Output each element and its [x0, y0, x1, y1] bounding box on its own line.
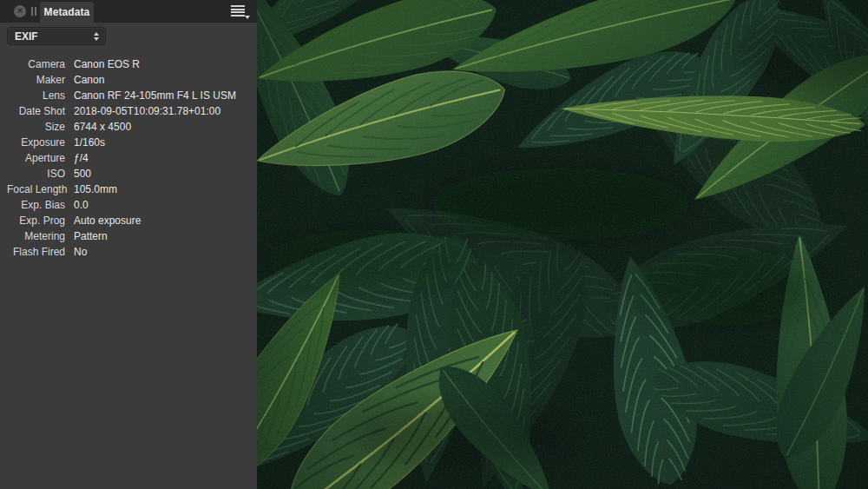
tab-metadata[interactable]: Metadata [40, 2, 94, 23]
row-label: Exp. Bias [7, 197, 65, 213]
row-value: 2018-09-05T10:09:31.78+01:00 [74, 103, 250, 119]
hamburger-menu-icon[interactable] [231, 4, 250, 18]
row-label: Maker [7, 72, 65, 88]
image-canvas[interactable] [257, 0, 868, 489]
row-label: ISO [7, 166, 65, 182]
leaf-photo [257, 0, 868, 489]
metadata-panel: Metadata EXIF CameraCanon EOS R MakerCan… [0, 0, 257, 489]
row-value: Canon RF 24-105mm F4 L IS USM [74, 88, 250, 103]
row-value: Pattern [74, 228, 250, 244]
row-value: 6744 x 4500 [74, 119, 250, 135]
chevron-down-icon [245, 16, 250, 19]
row-value: 0.0 [74, 197, 250, 213]
row-value: Canon [74, 72, 250, 88]
row-label: Aperture [7, 150, 65, 166]
row-value: Canon EOS R [74, 56, 250, 72]
metadata-type-dropdown[interactable]: EXIF [7, 27, 106, 45]
row-value: 1/160s [74, 135, 250, 150]
row-label: Focal Length [7, 182, 65, 197]
application-window: Metadata EXIF CameraCanon EOS R MakerCan… [0, 0, 868, 489]
row-value: ƒ/4 [74, 150, 250, 166]
pause-icon[interactable] [31, 7, 38, 16]
row-label: Date Shot [7, 103, 65, 119]
row-label: Camera [7, 56, 65, 72]
panel-body: EXIF CameraCanon EOS R MakerCanon LensCa… [0, 23, 257, 260]
row-value: 105.0mm [74, 182, 250, 197]
hamburger-lines [231, 5, 245, 17]
row-label: Lens [7, 88, 65, 103]
row-label: Exp. Prog [7, 213, 65, 228]
row-value: Auto exposure [74, 213, 250, 228]
dropdown-selected-value: EXIF [8, 30, 38, 43]
tab-label: Metadata [44, 6, 90, 18]
panel-header: Metadata [0, 0, 257, 23]
row-label: Flash Fired [7, 244, 65, 260]
row-value: No [74, 244, 250, 260]
metadata-table: CameraCanon EOS R MakerCanon LensCanon R… [7, 56, 250, 260]
row-label: Exposure [7, 135, 65, 150]
row-label: Metering [7, 228, 65, 244]
row-value: 500 [74, 166, 250, 182]
stepper-arrows-icon [94, 28, 99, 44]
close-icon[interactable] [14, 5, 26, 17]
row-label: Size [7, 119, 65, 135]
